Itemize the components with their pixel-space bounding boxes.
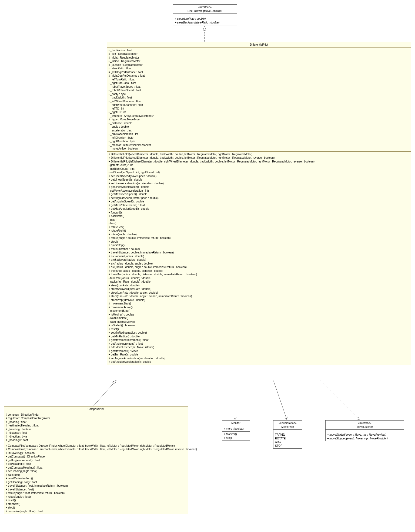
- member-row: + reset(): [109, 327, 409, 331]
- member-row: - waitComplete(): [109, 316, 409, 320]
- member-row: # _leftDegPerDistance : float: [109, 70, 409, 74]
- member-row: + getLinearAcceleration() : double: [109, 185, 409, 189]
- member-row: - radius(turnRate : double) : double: [109, 280, 409, 284]
- member-row: + reset(): [6, 499, 186, 502]
- class-compasspilot: CompassPilot # compass : DirectionFinder…: [4, 406, 188, 514]
- member-row: - setSpeed(leftSpeed : int, rightSpeed :…: [109, 171, 409, 174]
- member-row: + rotate(angle : double, immediateReturn…: [109, 236, 409, 240]
- title: CompassPilot: [4, 406, 188, 412]
- member-row: - _rightDirection : byte: [109, 140, 409, 143]
- member-row: ~ steerPrep(turnRate : double): [109, 298, 409, 302]
- member-row: + calibrate(): [6, 473, 186, 477]
- member-row: + getMovementIncrement() : float: [109, 338, 409, 342]
- member-row: + getHeadingError() : float: [6, 480, 186, 484]
- member-row: + getAngularSpeed() : double: [109, 200, 409, 204]
- member-row: - _leftTurnRatio : float: [109, 78, 409, 82]
- attrs: + more : boolean: [222, 426, 250, 432]
- member-row: - _moveActive : boolean: [109, 147, 409, 151]
- member-row: + steer(turnRate : double, angle : doubl…: [109, 294, 409, 298]
- member-row: - _rightTC : int: [109, 110, 409, 114]
- member-row: + getMinRadius() : double: [109, 335, 409, 338]
- member-row: + arc(radius : double, angle : double, i…: [109, 265, 409, 269]
- member-row: - _rightWheelDiameter : float: [109, 103, 409, 107]
- member-row: - _monitor : DifferentialPilot.Monitor: [109, 143, 409, 147]
- title: Monitor: [222, 421, 250, 426]
- member-row: + getCompassHeading() : float: [6, 466, 186, 470]
- member-row: + rotate(angle : float): [6, 495, 186, 499]
- member-row: + getMaxRotateSpeed() : float: [109, 204, 409, 207]
- member-row: # _type : Move.MoveType: [109, 118, 409, 121]
- member-row: + setLinearAcceleration(acceleration : d…: [109, 182, 409, 185]
- member-row: - setMotorAccel(acceleration : int): [109, 189, 409, 193]
- member-row: - _acceleration : int: [109, 129, 409, 133]
- member-row: + travelArc(radius : double, distance : …: [109, 269, 409, 273]
- member-row: - _turnRadius : float: [109, 49, 409, 52]
- member-row: - _quickAcceleration : int: [109, 132, 409, 136]
- member-row: - _rightTurnRatio : float: [109, 81, 409, 85]
- member-row: + rotateLeft(): [109, 225, 409, 229]
- member-row: # regulator : CompassPilot.Regulator: [6, 416, 186, 420]
- member-row: - _trackWidth : float: [109, 96, 409, 100]
- member-row: - _leftWheelDiameter : float: [109, 100, 409, 103]
- member-row: - _angle : double: [109, 125, 409, 129]
- member-row: + travel(distance : float, immediateRetu…: [6, 484, 186, 488]
- member-row: + getMovement() : Move: [109, 349, 409, 353]
- member-row: + backward(): [109, 214, 409, 218]
- title: «enumeration» MoveType: [273, 421, 302, 430]
- member-row: + getAngleIncrement() : float: [109, 342, 409, 346]
- member-row: # stopNow(): [6, 502, 186, 506]
- member-row: + getMaxLinearSpeed() : double: [109, 192, 409, 196]
- member-row: # _heading : float: [6, 420, 186, 424]
- member-row: + resetCartesianZero(): [6, 477, 186, 480]
- member-row: + setLinearSpeed(travelSpeed : double): [109, 174, 409, 178]
- attrs-empty: [173, 14, 237, 16]
- member-row: + stop(): [109, 240, 409, 244]
- member-row: + setAngularAcceleration(acceleration : …: [109, 357, 409, 360]
- svg-line-3: [273, 381, 287, 420]
- member-row: # movementActive(): [109, 306, 409, 309]
- member-row: - _leftDirection : byte: [109, 136, 409, 140]
- title: DifferentialPilot: [107, 42, 411, 48]
- member-row: - waitForActiveMove(): [109, 320, 409, 324]
- member-row: + addMoveListener(m : MoveListener): [109, 345, 409, 349]
- member-row: + getAngularAcceleration() : double: [109, 360, 409, 364]
- member-row: + travel(distance : double): [109, 247, 409, 251]
- svg-line-4: [320, 381, 359, 420]
- member-row: - _listeners : ArrayList<MoveListener>: [109, 114, 409, 118]
- member-row: - _distance : double: [109, 121, 409, 125]
- member-row: - movementStop(): [109, 309, 409, 313]
- member-row: # _right : RegulatedMotor: [109, 56, 409, 60]
- member-row: + arc(radius : double, angle : double): [109, 262, 409, 266]
- member-row: - _robotRotateSpeed : float: [109, 89, 409, 92]
- member-row: + steerBackward(turnRate : double): [109, 287, 409, 291]
- member-row: + getHeading() : float: [6, 462, 186, 466]
- member-row: + forward(): [109, 211, 409, 215]
- member-row: + quickStop(): [109, 243, 409, 247]
- empty: [273, 430, 302, 432]
- member-row: - turnRate(radius : double) : double: [109, 276, 409, 280]
- ops: + Monitor() + run(): [222, 432, 250, 440]
- member-row: + arcForward(radius : double): [109, 255, 409, 258]
- attrs: - _turnRadius : float# _left : Regulated…: [107, 48, 411, 152]
- member-row: + steer(turnRate : double): [109, 284, 409, 287]
- member-row: + CompassPilot(compass : DirectionFinder…: [6, 444, 186, 448]
- member-row: - getLeftCount() : int: [109, 163, 409, 167]
- member-row: + arcBackward(radius : double): [109, 258, 409, 262]
- member-row: # _estimatedHeading : float: [6, 424, 186, 428]
- member-row: + rotateRight(): [109, 229, 409, 233]
- member-row: # normalize(angle : float) : float: [6, 510, 186, 513]
- member-row: - _robotTravelSpeed : float: [109, 85, 409, 89]
- member-row: + DifferentialPilot(leftWheelDiameter : …: [109, 160, 409, 164]
- member-row: + getTurnRate() : double: [109, 353, 409, 357]
- vals: TRAVEL ROTATE ARC STOP: [273, 432, 302, 448]
- member-row: + rotate(angle : float, immediateReturn …: [6, 491, 186, 495]
- member-row: # movementStart(): [109, 302, 409, 306]
- interface-linefollowingmovecontroller: «interface» LineFollowingMoveController …: [173, 4, 237, 25]
- member-row: - _steerRatio : float: [109, 67, 409, 70]
- attrs: # compass : DirectionFinder# regulator :…: [4, 412, 188, 443]
- member-row: - fwd(): [109, 222, 409, 225]
- member-row: + getAngleIncrement() : float: [6, 459, 186, 462]
- member-row: - getRightCount() : int: [109, 167, 409, 171]
- member-row: + isStalled() : boolean: [109, 324, 409, 327]
- interface-movelistener: «interface» MoveListener + moveStarted(e…: [325, 420, 404, 441]
